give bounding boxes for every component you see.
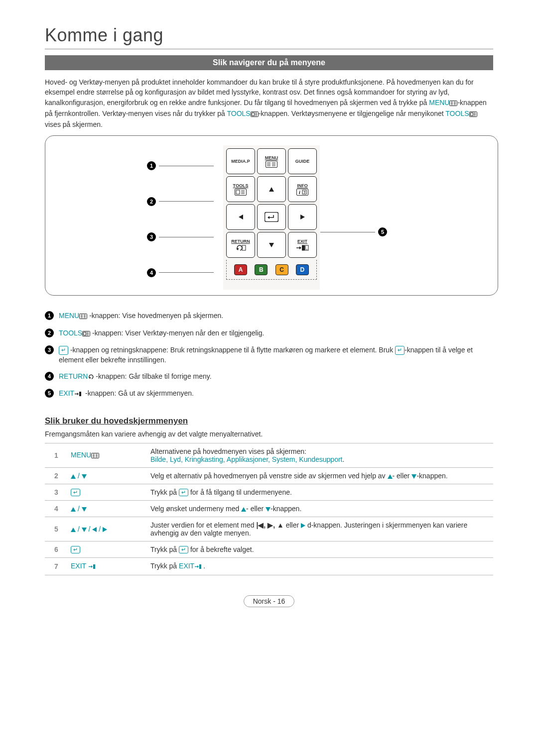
svg-rect-25 [236, 190, 240, 194]
step-2-c: -knappen. [416, 472, 447, 480]
return-button: RETURN [226, 232, 255, 258]
chevron-up-icon [269, 187, 274, 192]
right-callouts: 5 [320, 145, 400, 290]
step-action: / [68, 501, 147, 517]
step-desc: Alternativene på hovedmenyen vises på sk… [147, 443, 493, 468]
triangle-down-icon [411, 474, 416, 479]
triangle-left-icon [92, 527, 97, 532]
step-6-b: for å bekrefte valget. [188, 545, 254, 553]
menu-icon [91, 452, 99, 460]
triangle-down-icon [82, 474, 87, 479]
down-button [257, 232, 286, 258]
step-5-a: Juster verdien for et element med [150, 521, 256, 529]
step-number: 6 [45, 541, 68, 558]
legend-item-3: 3 ↵ -knappen og retningsknappene: Bruk r… [45, 342, 493, 368]
tools-icon [469, 109, 477, 119]
svg-rect-24 [235, 189, 247, 195]
mediap-label: MEDIA.P [231, 159, 250, 164]
callout-5-icon: 5 [378, 227, 387, 236]
svg-rect-56 [92, 453, 99, 458]
step-4-b: - eller [246, 505, 266, 513]
exit-keyword: EXIT [71, 562, 86, 570]
page-footer: Norsk - 16 [45, 595, 493, 607]
tools-keyword-2: TOOLS [445, 109, 469, 117]
callout-3-icon: 3 [45, 345, 54, 354]
svg-rect-55 [79, 392, 81, 396]
menu-icon [79, 312, 87, 322]
enter-icon: ↵ [395, 346, 404, 355]
callout-2-icon: 2 [147, 197, 156, 206]
step-4-c: -knappen. [270, 505, 301, 513]
menu-icon [266, 161, 277, 168]
info-button: INFO i? [288, 176, 317, 202]
callout-3-icon: 3 [147, 232, 156, 241]
svg-rect-49 [84, 332, 86, 335]
enter-icon [265, 212, 278, 222]
legend-list: 1 MENU -knappen: Vise hovedmenyen på skj… [45, 308, 493, 402]
legend-item-5: 5 EXIT -knappen: Gå ut av skjermmenyen. [45, 385, 493, 402]
return-icon [235, 244, 247, 251]
tools-label: TOOLS [233, 183, 249, 188]
svg-rect-8 [252, 112, 254, 115]
step-row-2: 2 / Velg et alternativ på hovedmenyen på… [45, 468, 493, 484]
section-heading: Slik navigerer du på menyene [45, 55, 493, 70]
step-3-a: Trykk på [150, 488, 179, 496]
step-action: / / / [68, 517, 147, 541]
triangle-up-icon [71, 528, 76, 532]
callout-1-icon: 1 [45, 311, 54, 320]
step-2-a: Velg et alternativ på hovedmenyen på ven… [150, 472, 388, 480]
triangle-down-icon [82, 528, 87, 532]
callout-2-icon: 2 [45, 328, 54, 337]
step-1-line1: Alternativene på hovedmenyen vises på sk… [150, 447, 490, 455]
page-title: Komme i gang [45, 25, 493, 46]
svg-text:?: ? [303, 191, 305, 194]
triangle-down-icon [82, 507, 87, 512]
svg-rect-41 [80, 314, 87, 319]
tools-icon [251, 109, 259, 119]
tools-icon [82, 329, 90, 339]
svg-marker-37 [299, 246, 301, 249]
right-button [288, 204, 317, 230]
return-label: RETURN [231, 239, 250, 244]
step-row-1: 1 MENU Alternativene på hovedmenyen vise… [45, 443, 493, 468]
intro-post: vises på skjermen. [45, 120, 103, 128]
svg-marker-63 [91, 565, 93, 568]
svg-marker-54 [77, 393, 79, 395]
page-number: Norsk - 16 [244, 595, 295, 607]
tools-button: TOOLS [226, 176, 255, 202]
exit-icon [74, 389, 83, 399]
svg-marker-34 [268, 216, 269, 219]
step-number: 4 [45, 501, 68, 517]
subsection-desc: Fremgangsmåten kan variere avhengig av d… [45, 430, 493, 438]
steps-table: 1 MENU Alternativene på hovedmenyen vise… [45, 443, 493, 575]
step-number: 7 [45, 558, 68, 575]
triangle-right-icon [301, 523, 305, 528]
step-4-a: Velg ønsket undermeny med [150, 505, 241, 513]
left-button [226, 204, 255, 230]
triangle-down-icon [266, 507, 270, 512]
step-desc: Trykk på EXIT. [147, 558, 493, 575]
step-row-6: 6 ↵ Trykk på ↵ for å bekrefte valget. [45, 541, 493, 558]
subsection-heading: Slik bruker du hovedskjermmenyen [45, 416, 493, 426]
chevron-left-icon [239, 215, 243, 219]
step-number: 2 [45, 468, 68, 484]
step-row-3: 3 ↵ Trykk på ↵ for å få tilgang til unde… [45, 484, 493, 501]
menu-icon [449, 99, 457, 108]
step-desc: Velg ønsket undermeny med - eller -knapp… [147, 501, 493, 517]
step-desc: Trykk på ↵ for å få tilgang til undermen… [147, 484, 493, 501]
info-icon: i? [296, 189, 308, 196]
step-action: ↵ [68, 484, 147, 501]
intro-paragraph: Hoved- og Verktøy-menyen på produktet in… [45, 77, 493, 129]
step-number: 3 [45, 484, 68, 501]
step-number: 1 [45, 443, 68, 468]
triangle-up-icon [388, 474, 393, 479]
step-action: MENU [68, 443, 147, 468]
chevron-right-icon [300, 215, 305, 219]
exit-icon [295, 244, 309, 251]
legend-3-line1: -knappen og retningsknappene: Bruk retni… [68, 346, 395, 354]
remote-diagram: 1 2 3 4 MEDIA.P MENU GUIDE TOOLS [45, 135, 498, 296]
svg-rect-38 [302, 245, 305, 250]
step-3-b: for å få tilgang til undermenyene. [188, 488, 292, 496]
callout-5-icon: 5 [45, 389, 54, 398]
exit-icon [88, 563, 97, 571]
